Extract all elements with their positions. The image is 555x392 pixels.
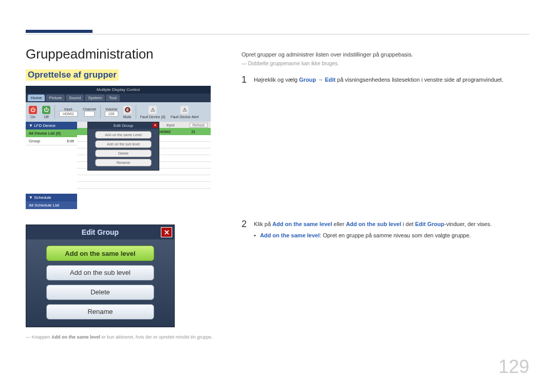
sidebar-all-devices[interactable]: All Device List (0) [26,129,77,137]
sidebar-schedule-header[interactable]: ▼ Schedule [26,194,77,201]
device-grid: Input Refresh HDMI221 Edit Group✕ Add on… [77,122,211,209]
tab-bar: Home Picture Sound System Tool [26,94,211,102]
volume-select[interactable]: 100 [105,111,118,117]
mute-icon[interactable]: 🔇 [123,106,132,114]
dialog-close-icon[interactable]: ✕ [161,227,172,237]
sidebar-all-schedule[interactable]: All Schedule List [26,201,77,209]
fault-id-label: Fault Device (0) [140,115,165,119]
tab-sound[interactable]: Sound [66,95,84,101]
edit-group-popup: Edit Group✕ Add on the same Level Add on… [87,122,159,171]
footnote: Knappen Add on the same level er kun akt… [26,334,216,340]
sidebar-lfd-header[interactable]: ▼ LFD Device [26,122,77,129]
step-2-text: Klik på Add on the same level eller Add … [254,219,529,238]
grid-col-input: Input [166,123,175,127]
page-number: 129 [498,356,529,378]
fault-icon[interactable]: ⚠ [149,106,157,114]
fault-alert-label: Fault Device Alert [171,115,199,119]
off-label: Off [44,115,48,119]
tab-system[interactable]: System [85,95,105,101]
intro-text: Opret grupper og administrer listen over… [242,51,529,58]
bullet-dot-icon [254,232,256,238]
popup-close-icon[interactable]: ✕ [153,123,158,128]
step-2: 2 Klik på Add on the same level eller Ad… [242,219,529,238]
sidebar-group-row[interactable]: GroupEdit [26,137,77,145]
tab-home[interactable]: Home [28,95,45,101]
popup-title: Edit Group✕ [88,122,159,129]
window-title: Multiple Display Control [26,86,211,94]
mdc-screenshot: Multiple Display Control Home Picture So… [26,86,211,209]
rename-button[interactable]: Rename [46,304,154,320]
refresh-button[interactable]: Refresh [190,123,208,127]
duplicate-note: Dobbelte gruppenavne kan ikke bruges. [242,61,529,66]
step-1: 1 Højreklik og vælg Group → Edit på visn… [242,74,529,85]
divider [26,34,529,34]
right-column: Opret grupper og administrer listen over… [242,26,529,372]
step-number: 1 [242,74,247,85]
ribbon: ⏻On ⏻Off InputHDMI2 Channel Volume100 🔇M… [26,102,211,122]
channel-select[interactable] [84,111,95,117]
input-label: Input [64,107,72,111]
popup-delete[interactable]: Delete [95,150,152,157]
volume-label: Volume [105,107,117,111]
fault-alert-icon[interactable]: ⚠ [180,106,189,114]
page-title: Gruppeadministration [26,46,216,62]
add-sub-level-button[interactable]: Add on the sub level [46,265,154,281]
step-1-text: Højreklik og vælg Group → Edit på visnin… [254,74,529,85]
tab-picture[interactable]: Picture [46,95,65,101]
sidebar: ▼ LFD Device All Device List (0) GroupEd… [26,122,77,209]
on-label: On [30,115,35,119]
step-number: 2 [242,219,247,238]
channel-label: Channel [83,107,96,111]
popup-rename[interactable]: Rename [95,159,152,166]
left-column: Gruppeadministration Oprettelse af grupp… [26,26,216,372]
popup-add-sub-level[interactable]: Add on the sub level [95,140,152,148]
edit-group-dialog: Edit Group ✕ Add on the same level Add o… [26,225,175,327]
power-off-icon[interactable]: ⏻ [42,106,50,114]
section-subtitle: Oprettelse af grupper [26,69,119,81]
power-on-icon[interactable]: ⏻ [29,106,37,114]
dialog-title: Edit Group [26,225,174,239]
add-same-level-button[interactable]: Add on the same level [46,246,154,261]
bullet-same-level: Add on the same level: Opret en gruppe p… [254,232,529,238]
input-select[interactable]: HDMI2 [59,111,78,117]
tab-tool[interactable]: Tool [106,95,120,101]
popup-add-same-level[interactable]: Add on the same Level [95,131,152,139]
accent-bar [26,30,92,33]
delete-button[interactable]: Delete [46,285,154,300]
mute-label: Mute [123,115,132,119]
